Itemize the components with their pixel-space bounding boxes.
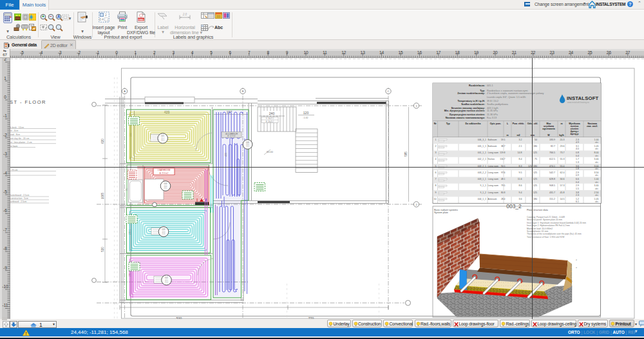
svg-text:19.3: 19.3 [246, 145, 250, 148]
svg-text:9: 9 [435, 191, 437, 194]
svg-text:obr.: obr. [595, 155, 599, 157]
svg-text:Typ:: Typ: [480, 90, 485, 92]
svg-text:79.5: 79.5 [501, 184, 506, 187]
svg-text:120: 120 [303, 111, 309, 115]
svg-text:38.7: 38.7 [501, 145, 506, 148]
svg-text:20.4: 20.4 [161, 139, 165, 142]
svg-text:Thickness of the screed/plaste: Thickness of the screed/plaster over the… [527, 233, 582, 235]
svg-text:Do odbiornika: Do odbiornika [465, 122, 481, 125]
svg-text:2.3: 2.3 [576, 194, 579, 197]
svg-text:C: C [388, 90, 390, 93]
svg-text:9.5: 9.5 [519, 171, 522, 174]
svg-text:21.6: 21.6 [162, 233, 166, 235]
svg-text:-6: -6 [3, 208, 7, 213]
svg-text:10: 10 [434, 198, 437, 200]
svg-text:4.0: 4.0 [576, 148, 579, 150]
svg-text:-7: -7 [3, 228, 7, 232]
svg-text:2.3: 2.3 [576, 139, 579, 141]
svg-text:003: 003 [162, 228, 165, 231]
svg-text:151.2: 151.2 [549, 198, 555, 200]
svg-text:Z licznikiem ciepla, zaworem r: Z licznikiem ciepla, zaworem rownowazacy… [487, 92, 544, 95]
svg-text:-9: -9 [3, 266, 7, 270]
svg-text:585: 585 [404, 151, 408, 157]
svg-text:Rozdzielacz z zaworami nastawc: Rozdzielacz z zaworami nastawczymi [487, 90, 528, 92]
svg-text:zaw. zasil.: zaw. zasil. [587, 125, 598, 128]
svg-text:82.7: 82.7 [551, 145, 555, 148]
svg-text:2: 2 [4, 58, 6, 61]
svg-text:Insul. layer 1: Styrofoam insu: Insul. layer 1: Styrofoam insulation boa… [527, 222, 586, 224]
svg-text:8.4: 8.4 [519, 158, 522, 160]
svg-text:8: 8 [435, 184, 437, 187]
svg-text:1.7: 1.7 [576, 158, 579, 160]
svg-text:119.8: 119.8 [500, 151, 505, 154]
svg-text:908.5: 908.5 [549, 184, 555, 187]
svg-text:Living room: Living room [488, 184, 499, 187]
svg-text:Szafka podtynkowa: Szafka podtynkowa [487, 103, 509, 106]
svg-text:003_1_1: 003_1_1 [478, 178, 486, 180]
svg-text:R: 28x25.7: R: 28x25.7 [266, 121, 274, 123]
svg-text:628.8: 628.8 [549, 178, 555, 180]
svg-text:21.4: 21.4 [165, 281, 169, 284]
svg-text:002: 002 [165, 276, 168, 279]
svg-text:9_1_2: 9_1_2 [480, 191, 487, 194]
svg-text:431.7: 431.7 [549, 191, 555, 194]
svg-text:!: ! [25, 331, 26, 336]
svg-text:11.35 kPa: 11.35 kPa [487, 110, 498, 112]
svg-text:B: B [242, 90, 244, 93]
svg-text:006: 006 [246, 141, 249, 144]
svg-text:Liczniki ciepla 3/4", Qnom: 1.: Liczniki ciepla 3/4", Qnom: 1.5 m3/h [487, 96, 526, 99]
svg-text:k brick - 12cm: k brick - 12cm [10, 126, 24, 129]
svg-text:Screed/plaster: 61 mm: Screed/plaster: 61 mm [527, 230, 548, 233]
svg-text:6.6: 6.6 [576, 178, 579, 180]
svg-text:A: A [124, 90, 126, 93]
svg-text:3.40: 3.40 [594, 158, 599, 160]
svg-text:ogrzewania: ogrzewania [542, 128, 556, 130]
svg-text:1.05: 1.05 [594, 145, 599, 148]
svg-text:2.0: 2.0 [182, 13, 187, 16]
svg-text:612.5: 612.5 [549, 158, 555, 160]
svg-text:004: 004 [164, 182, 167, 185]
svg-text:3.2: 3.2 [519, 139, 522, 141]
svg-text:-4: -4 [3, 171, 7, 175]
svg-text:116.7: 116.7 [500, 158, 505, 160]
svg-text:1.00: 1.00 [594, 178, 599, 180]
svg-text:-11: -11 [3, 303, 8, 307]
svg-text:0.4: 0.4 [576, 181, 579, 184]
svg-text:48.1: 48.1 [501, 178, 506, 180]
svg-text:+: + [42, 14, 44, 19]
svg-text:Min. dyspozycyjna roznica cisn: Min. dyspozycyjna roznica cisnien: [444, 110, 485, 112]
svg-text:Pow. efekt.: Pow. efekt. [513, 122, 525, 125]
svg-text:55.3: 55.3 [560, 158, 565, 160]
svg-text:Typ: Typ [446, 122, 451, 125]
svg-text:11.6: 11.6 [518, 178, 522, 180]
svg-text:125: 125 [533, 178, 537, 180]
svg-text:06 CORRIDOR: 06 CORRIDOR [225, 133, 238, 135]
svg-text:Basic radiant systems: Basic radiant systems [434, 209, 458, 211]
svg-text:-5: -5 [3, 189, 7, 194]
svg-text:005.1: 005.1 [487, 84, 493, 87]
svg-text:3:4: 3:4 [99, 17, 104, 21]
svg-text:Nastawa zaworu rownowazacego:: Nastawa zaworu rownowazacego: [446, 117, 485, 119]
svg-text:Δpreg,p: Δpreg,p [571, 133, 579, 135]
svg-text:System plate: System plate [434, 211, 448, 214]
svg-text:620: 620 [101, 139, 104, 144]
svg-text:125: 125 [533, 184, 537, 187]
svg-text:1: 1 [435, 139, 437, 141]
svg-text:obr.: obr. [595, 181, 599, 184]
svg-text:3.50: 3.50 [594, 171, 599, 174]
svg-text:23.6: 23.6 [560, 145, 565, 148]
svg-text:−: − [50, 14, 52, 19]
svg-text:Opis pom.: Opis pom. [490, 122, 502, 125]
svg-text:-8: -8 [3, 246, 7, 251]
svg-text:ood - 8cm: ood - 8cm [10, 133, 20, 136]
svg-text:45.8: 45.8 [560, 191, 565, 194]
svg-text:6.1: 6.1 [576, 200, 579, 203]
svg-text:lasterboard - 2.5cm: lasterboard - 2.5cm [10, 194, 29, 197]
svg-text:cisnien: cisnien [571, 128, 578, 130]
svg-text:1065: 1065 [101, 192, 104, 199]
svg-text:m foam: m foam [10, 145, 17, 148]
svg-text:20.3: 20.3 [560, 139, 565, 141]
svg-text:0: 0 [4, 95, 6, 99]
svg-text:50: 50 [535, 139, 537, 141]
svg-text:ST - FLOOR: ST - FLOOR [10, 99, 46, 105]
